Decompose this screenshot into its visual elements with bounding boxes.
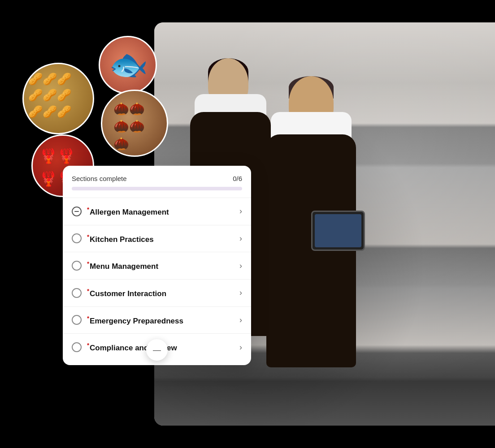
minus-icon — [72, 207, 82, 216]
section-left: *Customer Interaction — [72, 288, 166, 298]
food-salmon — [99, 36, 157, 94]
sections-list: *Allergen Management›*Kitchen Practices›… — [63, 198, 251, 361]
sections-panel: Sections complete 0/6 *Allergen Manageme… — [63, 166, 251, 365]
required-star: * — [87, 288, 89, 294]
person-man — [253, 76, 369, 381]
scene: Sections complete 0/6 *Allergen Manageme… — [0, 0, 495, 448]
section-left: *Menu Management — [72, 260, 158, 271]
required-star: * — [87, 260, 89, 267]
section-item-kitchen-practices[interactable]: *Kitchen Practices› — [63, 225, 251, 253]
circle-icon — [72, 261, 82, 271]
chevron-right-icon: › — [239, 207, 242, 216]
section-name: *Kitchen Practices — [87, 233, 154, 244]
chevron-right-icon: › — [239, 261, 242, 271]
section-left: *Allergen Management — [72, 206, 169, 217]
circle-icon — [72, 342, 82, 352]
required-star: * — [87, 342, 89, 349]
chevron-right-icon: › — [239, 288, 242, 297]
required-star: * — [87, 315, 89, 322]
section-name: *Allergen Management — [87, 206, 169, 217]
progress-section: Sections complete 0/6 — [63, 175, 251, 198]
chevron-right-icon: › — [239, 343, 242, 352]
food-peanuts — [22, 63, 94, 134]
tablet — [311, 211, 365, 251]
section-name: *Customer Interaction — [87, 288, 166, 298]
progress-bar-container — [72, 187, 242, 190]
float-btn-label: — — [153, 346, 161, 354]
section-item-emergency-preparedness[interactable]: *Emergency Preparedness› — [63, 307, 251, 334]
float-button[interactable]: — — [146, 339, 168, 361]
section-name: *Menu Management — [87, 260, 158, 271]
chevron-right-icon: › — [239, 315, 242, 325]
section-item-allergen-management[interactable]: *Allergen Management› — [63, 198, 251, 225]
required-star: * — [87, 233, 89, 240]
required-star: * — [87, 206, 89, 213]
section-left: *Emergency Preparedness — [72, 315, 183, 326]
progress-label: Sections complete — [72, 175, 127, 182]
progress-header: Sections complete 0/6 — [72, 175, 242, 182]
chevron-right-icon: › — [239, 234, 242, 243]
progress-count: 0/6 — [233, 175, 242, 182]
circle-icon — [72, 288, 82, 298]
man-body — [266, 134, 356, 367]
section-left: *Kitchen Practices — [72, 233, 154, 244]
section-name: *Emergency Preparedness — [87, 315, 183, 326]
circle-icon — [72, 233, 82, 243]
food-nuts — [101, 90, 168, 157]
circle-icon — [72, 315, 82, 325]
section-item-menu-management[interactable]: *Menu Management› — [63, 252, 251, 280]
section-item-customer-interaction[interactable]: *Customer Interaction› — [63, 280, 251, 307]
